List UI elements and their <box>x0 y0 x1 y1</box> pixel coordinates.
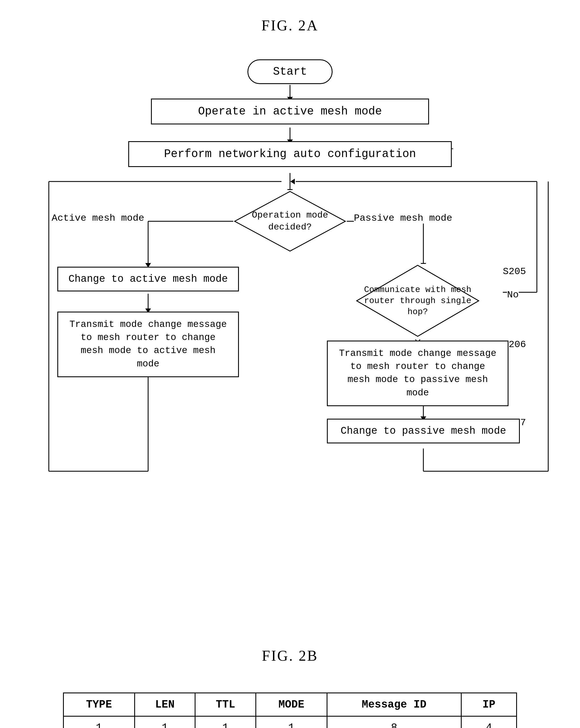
change-active-box: Change to active mesh mode <box>57 267 239 291</box>
flowchart-2a: Start Operate in active mesh mode S201 P… <box>21 51 559 619</box>
start-capsule: Start <box>247 59 333 84</box>
transmit-active-box: Transmit mode change message to mesh rou… <box>57 312 239 377</box>
table-header: IP <box>461 693 517 717</box>
network-config-box: Perform networking auto configuration <box>128 141 452 167</box>
fig2a-title: FIG. 2A <box>261 17 319 34</box>
svg-marker-21 <box>290 179 295 184</box>
fig2b-section: FIG. 2B TYPELENTTLMODEMessage IDIP111184 <box>21 647 559 728</box>
table-cell: 4 <box>461 717 517 728</box>
single-hop-text: Communicate with mesh router through sin… <box>355 284 480 317</box>
table-cell: 8 <box>327 717 461 728</box>
table-header: Message ID <box>327 693 461 717</box>
table-header: TYPE <box>63 693 135 717</box>
transmit-passive-box: Transmit mode change message to mesh rou… <box>327 341 508 406</box>
table-cell: 1 <box>256 717 327 728</box>
fig2b-title: FIG. 2B <box>262 647 318 664</box>
table-header: MODE <box>256 693 327 717</box>
table-header: TTL <box>195 693 256 717</box>
operation-mode-diamond: Operation mode decided? <box>233 190 347 253</box>
fig2b-table: TYPELENTTLMODEMessage IDIP111184 <box>63 693 517 728</box>
s205-label: S205 <box>503 266 526 277</box>
active-mesh-label: Active mesh mode <box>52 213 144 224</box>
change-passive-box: Change to passive mesh mode <box>327 419 520 443</box>
table-cell: 1 <box>63 717 135 728</box>
no-label: No <box>507 289 519 300</box>
table-cell: 1 <box>195 717 256 728</box>
table-header: LEN <box>135 693 195 717</box>
table-cell: 1 <box>135 717 195 728</box>
single-hop-diamond: Communicate with mesh router through sin… <box>355 264 480 338</box>
operation-mode-text: Operation mode decided? <box>233 209 347 233</box>
operate-active-mesh-box: Operate in active mesh mode <box>151 99 429 124</box>
passive-mesh-label: Passive mesh mode <box>354 213 452 224</box>
